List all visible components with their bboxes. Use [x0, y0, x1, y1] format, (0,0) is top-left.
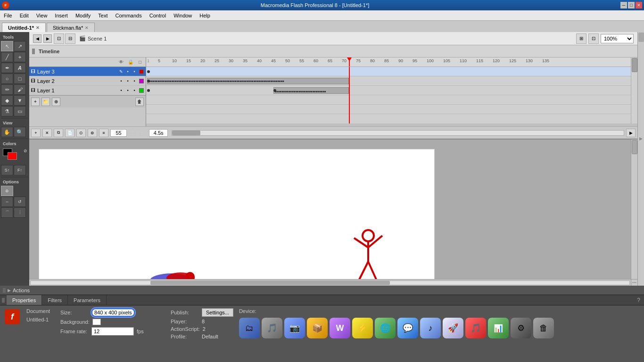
framerate-input[interactable]: [91, 327, 134, 336]
add-guide-btn[interactable]: ⊕: [52, 98, 60, 106]
tl-new-layer-btn[interactable]: 📄: [65, 129, 74, 137]
menu-edit[interactable]: Edit: [16, 10, 33, 20]
dock-app7-icon[interactable]: 🌐: [375, 318, 396, 338]
add-layer-btn[interactable]: +: [31, 98, 40, 106]
menu-modify[interactable]: Modify: [72, 10, 94, 20]
scene-fwd-btn[interactable]: ▶: [43, 34, 52, 43]
lasso-tool[interactable]: ⌖: [14, 52, 26, 62]
menu-commands[interactable]: Commands: [111, 10, 145, 20]
tab-stickman[interactable]: Stickman.fla* ✕: [47, 23, 95, 32]
frame-row-1[interactable]: ■■■■■■■■■■■■■■■■■■■■■■■■■■■■■■: [146, 86, 637, 95]
main-right-thumb[interactable]: [638, 33, 644, 42]
props-help-btn[interactable]: ?: [637, 297, 644, 304]
frame-row-3[interactable]: [146, 67, 637, 76]
stroke-color-btn[interactable]: S↑: [1, 165, 13, 175]
time-display[interactable]: 4.5s: [149, 129, 168, 137]
stage-v-scrollbar[interactable]: [631, 140, 637, 279]
text-tool[interactable]: A: [14, 63, 26, 73]
settings-button[interactable]: Settings...: [202, 308, 233, 317]
snap-btn[interactable]: ⊕: [1, 186, 13, 196]
main-right-scrollbar[interactable]: ▶: [637, 32, 644, 286]
layer3-pencil[interactable]: ✎: [118, 69, 124, 74]
scene-icon-1[interactable]: ⊡: [54, 33, 64, 44]
pencil-tool[interactable]: ✏: [1, 84, 13, 95]
menu-view[interactable]: View: [33, 10, 51, 20]
hand-tool[interactable]: ✋: [1, 127, 13, 137]
rect-tool[interactable]: □: [14, 74, 26, 84]
layer3-dot[interactable]: •: [125, 69, 131, 74]
timeline-scroll-thumb[interactable]: [632, 58, 637, 72]
zoom-tool[interactable]: 🔍: [14, 127, 26, 137]
tl-scroll-right-btn[interactable]: ▶: [626, 129, 636, 137]
scene-back-btn[interactable]: ◀: [33, 34, 41, 43]
scene-icon-2[interactable]: ⊟: [65, 33, 75, 44]
layer2-square[interactable]: •: [132, 79, 137, 83]
no-color-btn[interactable]: ⊘: [24, 148, 27, 153]
menu-file[interactable]: File: [0, 10, 16, 20]
dock-app9-icon[interactable]: ♪: [420, 318, 441, 338]
dock-settings-icon[interactable]: ⚙: [511, 318, 531, 338]
menu-control[interactable]: Control: [146, 10, 170, 20]
dock-music-icon[interactable]: 🎵: [262, 318, 282, 338]
bg-color-swatch[interactable]: [92, 319, 101, 325]
dock-app10-icon[interactable]: 🚀: [443, 318, 463, 338]
menu-insert[interactable]: Insert: [51, 10, 72, 20]
tl-onion-btn[interactable]: ⊙: [76, 129, 86, 137]
line-tool[interactable]: ╱: [1, 52, 13, 62]
dock-finder-icon[interactable]: 🗂: [239, 318, 260, 338]
layer2-pencil[interactable]: •: [118, 79, 124, 83]
tl-dup-scene-btn[interactable]: ⧉: [54, 129, 63, 137]
props-collapse[interactable]: [2, 298, 5, 303]
stage-h-scrollbar[interactable]: [30, 280, 630, 285]
corner-resize[interactable]: ⋯: [631, 280, 637, 286]
fill-color-swatch[interactable]: [8, 152, 17, 160]
layer1-square[interactable]: •: [132, 88, 137, 93]
brush-tool[interactable]: 🖌: [14, 84, 26, 95]
tl-add-scene-btn[interactable]: +: [31, 129, 41, 137]
delete-layer-btn[interactable]: 🗑: [135, 98, 144, 106]
tab-untitled1[interactable]: Untitled-1* ✕: [2, 23, 46, 32]
layer-row-3[interactable]: 🎞 Layer 3 ✎ • •: [29, 67, 146, 76]
maximize-button[interactable]: □: [628, 2, 635, 8]
inkbucket-tool[interactable]: ◆: [1, 95, 13, 106]
menu-text[interactable]: Text: [94, 10, 111, 20]
dock-trash-icon[interactable]: 🗑: [533, 318, 554, 338]
dock-app11-icon[interactable]: 🎵: [465, 318, 486, 338]
timeline-h-thumb[interactable]: [172, 131, 200, 135]
frames-area[interactable]: 1 5 10 15 20 25 30 35 40 45 50 55: [146, 58, 637, 126]
frame-number-input[interactable]: 55: [110, 129, 127, 137]
layer3-square[interactable]: •: [132, 69, 137, 74]
zoom-icon-1[interactable]: ⊞: [576, 33, 586, 44]
pen-tool[interactable]: ✒: [1, 63, 13, 73]
dock-app5-icon[interactable]: W: [330, 318, 350, 338]
tab-properties[interactable]: Properties: [7, 295, 42, 305]
zoom-icon-2[interactable]: ⊡: [588, 33, 599, 44]
dock-app6-icon[interactable]: ⚡: [352, 318, 373, 338]
eraser-tool[interactable]: ▭: [14, 106, 26, 116]
layer1-pencil[interactable]: •: [118, 88, 124, 93]
paintbucket-tool[interactable]: ▼: [14, 95, 26, 106]
actions-collapse[interactable]: [3, 288, 6, 293]
add-folder-btn[interactable]: 📁: [41, 98, 50, 106]
stage-v-thumb[interactable]: [632, 140, 637, 154]
dock-app4-icon[interactable]: 📦: [307, 318, 328, 338]
dock-app8-icon[interactable]: 💬: [397, 318, 418, 338]
timeline-h-scrollbar[interactable]: [172, 130, 624, 136]
oval-tool[interactable]: ○: [1, 74, 13, 84]
tl-edit-all-btn[interactable]: ≡: [99, 129, 108, 137]
tab-filters[interactable]: Filters: [42, 295, 68, 305]
layer-row-1[interactable]: 🎞 Layer 1 • • •: [29, 86, 146, 95]
close-button[interactable]: ✕: [636, 2, 642, 8]
fill-color-btn[interactable]: F↑: [14, 165, 26, 175]
layer-row-2[interactable]: 🎞 Layer 2 • • •: [29, 76, 146, 86]
zoom-select[interactable]: 100% 50% 200% Fit in Window: [601, 34, 634, 43]
frame-row-2[interactable]: ■■■■■■■■■■■■■■■■■■■■■■■■■■■■■■■■■■■■■■■■…: [146, 76, 637, 86]
layer2-dot[interactable]: •: [125, 79, 131, 83]
timeline-collapse-btn[interactable]: [32, 49, 35, 54]
tab-close-stickman[interactable]: ✕: [85, 25, 89, 30]
timeline-v-scrollbar[interactable]: [631, 58, 637, 123]
stage[interactable]: [39, 149, 435, 279]
tab-close-untitled1[interactable]: ✕: [36, 25, 40, 30]
tl-onion-out-btn[interactable]: ⊛: [88, 129, 97, 137]
subselect-tool[interactable]: ↗: [14, 41, 26, 51]
